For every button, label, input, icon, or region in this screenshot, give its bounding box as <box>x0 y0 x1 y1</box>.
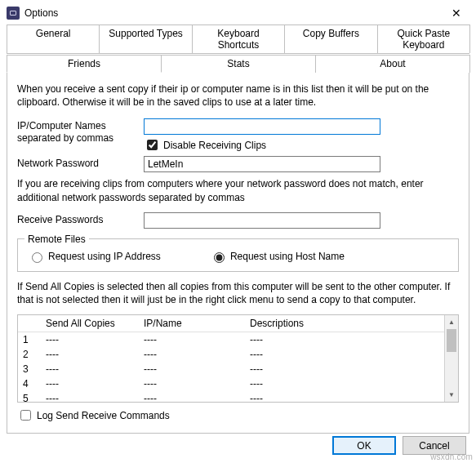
col-num[interactable] <box>18 315 41 332</box>
send-note: If Send All Copies is selected then all … <box>17 280 459 306</box>
tab-row-2: Friends Stats About <box>7 54 469 73</box>
disable-receiving-checkbox[interactable] <box>147 140 158 150</box>
ok-button[interactable]: OK <box>332 436 396 455</box>
tab-quick-paste-keyboard[interactable]: Quick Paste Keyboard <box>377 24 470 53</box>
titlebar: Options ✕ <box>0 0 476 24</box>
disable-receiving-label: Disable Receiving Clips <box>163 140 266 151</box>
scroll-up-icon[interactable]: ▲ <box>445 315 458 329</box>
tab-general[interactable]: General <box>7 24 100 53</box>
table-row[interactable]: 1------------ <box>18 332 444 348</box>
scroll-thumb[interactable] <box>447 329 456 352</box>
tab-copy-buffers[interactable]: Copy Buffers <box>284 24 377 53</box>
ip-names-label: IP/Computer Names separated by commas <box>17 118 144 145</box>
table-row[interactable]: 5------------ <box>18 391 444 402</box>
scroll-down-icon[interactable]: ▼ <box>445 388 458 402</box>
radio-request-ip-label: Request using IP Address <box>48 251 161 262</box>
radio-host-wrapper[interactable]: Request using Host Name <box>210 250 345 263</box>
tab-supported-types[interactable]: Supported Types <box>99 24 192 53</box>
app-icon <box>7 7 20 20</box>
radio-request-ip[interactable] <box>32 252 42 263</box>
table-row[interactable]: 4------------ <box>18 376 444 391</box>
remote-files-legend: Remote Files <box>24 234 89 245</box>
table-scrollbar[interactable]: ▲ ▼ <box>444 315 458 402</box>
tab-row-1: General Supported Types Keyboard Shortcu… <box>7 24 469 54</box>
receive-passwords-label: Receive Passwords <box>17 212 144 226</box>
radio-request-host-label: Request using Host Name <box>230 251 345 262</box>
password-note: If you are receiving clips from computer… <box>17 177 459 203</box>
ip-names-input[interactable] <box>144 118 380 135</box>
table-row[interactable]: 2------------ <box>18 347 444 362</box>
network-password-input[interactable] <box>144 156 380 172</box>
tab-keyboard-shortcuts[interactable]: Keyboard Shortcuts <box>192 24 285 53</box>
receive-passwords-input[interactable] <box>144 212 380 229</box>
col-descriptions[interactable]: Descriptions <box>245 315 444 332</box>
intro-text: When you receive a sent copy if their ip… <box>17 82 459 109</box>
tab-pane-friends: When you receive a sent copy if their ip… <box>7 73 469 434</box>
table-row[interactable]: 3------------ <box>18 362 444 376</box>
radio-request-host[interactable] <box>214 252 225 263</box>
watermark: wsxdn.com <box>430 452 473 461</box>
close-button[interactable]: ✕ <box>443 5 469 21</box>
network-password-label: Network Password <box>17 156 144 170</box>
radio-ip-wrapper[interactable]: Request using IP Address <box>28 250 161 263</box>
log-commands-checkbox[interactable] <box>20 410 31 421</box>
table-header-row: Send All Copies IP/Name Descriptions <box>18 315 444 332</box>
tab-stats[interactable]: Stats <box>161 55 316 73</box>
send-table[interactable]: Send All Copies IP/Name Descriptions 1--… <box>18 315 444 402</box>
col-send-all[interactable]: Send All Copies <box>41 315 139 332</box>
tab-friends[interactable]: Friends <box>7 55 162 73</box>
col-ip-name[interactable]: IP/Name <box>139 315 245 332</box>
log-commands-label: Log Send Receive Commands <box>37 410 170 421</box>
tab-about[interactable]: About <box>315 55 470 73</box>
remote-files-group: Remote Files Request using IP Address Re… <box>17 234 459 272</box>
window-title: Options <box>24 7 443 19</box>
send-table-wrap: Send All Copies IP/Name Descriptions 1--… <box>17 314 459 403</box>
